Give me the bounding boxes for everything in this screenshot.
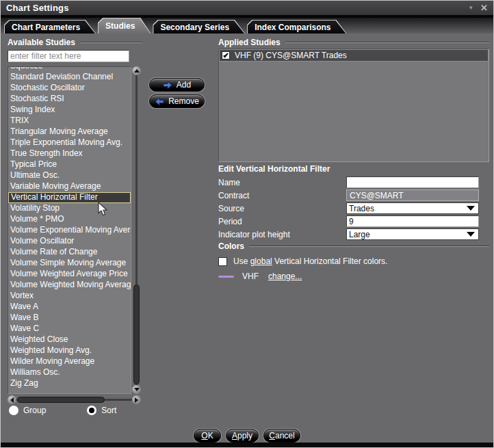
available-study-item[interactable]: Stochastic Oscillator — [8, 83, 131, 94]
available-study-item[interactable]: Volume * PMO — [8, 214, 131, 225]
change-color-link[interactable]: change... — [268, 272, 302, 281]
contract-field: CYS@SMART — [346, 189, 479, 201]
tab-label: Chart Parameters — [12, 23, 80, 32]
radio-sort[interactable]: Sort — [87, 406, 116, 415]
scrollbar-thumb[interactable] — [133, 285, 140, 384]
group-sort-radios: Group Sort — [9, 406, 116, 415]
colors-header: Colors — [218, 241, 489, 251]
arrow-down-icon — [134, 388, 140, 391]
plot-height-dropdown[interactable]: Large — [346, 228, 479, 240]
form-row-contract: Contract CYS@SMART — [218, 189, 489, 201]
source-dropdown[interactable]: Trades — [346, 202, 479, 214]
available-studies-scroll: Squeeze Standard Deviation Channel Stoch… — [8, 66, 131, 389]
period-label: Period — [218, 217, 242, 226]
vhf-color-swatch[interactable] — [218, 276, 234, 278]
available-study-item[interactable]: TRIX — [8, 116, 131, 127]
study-filter-input[interactable] — [8, 50, 129, 62]
available-study-item[interactable]: Vortex — [8, 291, 131, 302]
footer-buttons: OK Apply Cancel — [1, 429, 493, 443]
ok-button[interactable]: OK — [194, 429, 221, 443]
tab[interactable]: Secondary Series — [153, 20, 245, 34]
scroll-right-button[interactable] — [132, 395, 141, 404]
remove-button[interactable]: Remove — [149, 94, 205, 108]
available-study-item[interactable]: Weighted Close — [8, 334, 131, 345]
scroll-down-button[interactable] — [132, 385, 141, 394]
available-study-item[interactable]: Standard Deviation Channel — [8, 72, 131, 83]
tab-label: Studies — [105, 21, 135, 31]
contract-value: CYS@SMART — [350, 191, 404, 200]
available-study-item[interactable]: Typical Price — [8, 159, 131, 170]
available-study-item[interactable]: Stochastic RSI — [8, 94, 131, 105]
tab[interactable]: Index Comparisons — [247, 20, 346, 34]
radio-group[interactable]: Group — [9, 406, 46, 415]
scrollbar-thumb[interactable] — [17, 397, 105, 403]
apply-button[interactable]: Apply — [226, 429, 259, 443]
radio-sort-circle[interactable] — [87, 406, 96, 415]
available-study-item[interactable]: True Strength Index — [8, 148, 131, 159]
applied-studies-list: ✔ VHF (9) CYS@SMART Trades — [218, 49, 489, 162]
use-global-colors-checkbox[interactable] — [218, 257, 227, 266]
available-study-item[interactable]: Wave A — [8, 302, 131, 313]
period-field[interactable]: 9 — [346, 215, 479, 227]
available-study-item[interactable]: Wilder Moving Average — [8, 356, 131, 367]
arrow-left-icon — [155, 97, 164, 106]
applied-studies-header: Applied Studies — [218, 38, 489, 47]
available-study-item[interactable]: Wave C — [8, 324, 131, 334]
available-study-item[interactable]: Volume Weighted Moving Average — [8, 280, 131, 291]
scroll-up-button[interactable] — [132, 66, 141, 75]
contract-label: Contract — [218, 191, 249, 200]
applied-study-item[interactable]: ✔ VHF (9) CYS@SMART Trades — [219, 49, 489, 62]
available-studies-header: Available Studies — [8, 38, 142, 47]
plot-height-label: Indicator plot height — [218, 230, 290, 239]
use-global-colors-row: Use global Vertical Horizontal Filter co… — [218, 256, 387, 266]
available-study-item[interactable]: Squeeze — [8, 66, 131, 72]
available-study-item[interactable]: Volume Weighted Average Price — [8, 269, 131, 280]
available-study-item[interactable]: Volatility Stop — [8, 203, 131, 214]
dialog-bottom-edge — [1, 443, 493, 447]
tab-label: Secondary Series — [160, 23, 229, 32]
tab[interactable]: Studies — [98, 18, 151, 34]
checkbox-checked-icon[interactable]: ✔ — [222, 51, 230, 60]
available-study-item[interactable]: Triangular Moving Average — [8, 127, 131, 137]
arrow-right-icon — [163, 81, 172, 90]
cancel-button[interactable]: Cancel — [263, 429, 300, 443]
edit-section-title: Edit Vertical Horizontal Filter — [218, 164, 330, 174]
form-row-plot-height: Indicator plot height Large — [218, 228, 489, 240]
available-study-item[interactable]: Volume Oscillator — [8, 236, 131, 247]
header-rule — [285, 42, 489, 43]
window-menu-icon[interactable]: ▼ — [468, 5, 473, 11]
available-study-item[interactable]: Swing Index — [8, 105, 131, 116]
name-field[interactable] — [346, 176, 479, 188]
form-row-period: Period 9 — [218, 215, 489, 227]
tab-bar: Chart Parameters Studies Secondary Serie… — [1, 18, 493, 34]
available-study-item[interactable]: Weighted Moving Avg. — [8, 345, 131, 356]
scroll-left-button[interactable] — [8, 395, 16, 404]
available-study-item[interactable]: Zig Zag — [8, 378, 131, 389]
available-study-item[interactable]: Volume Simple Moving Average — [8, 258, 131, 269]
tab[interactable]: Chart Parameters — [4, 20, 96, 34]
available-study-item[interactable]: Triple Exponential Moving Avg. — [8, 137, 131, 148]
chart-settings-dialog: Chart Settings ▼ ✕ Chart Parameters Stud… — [0, 0, 494, 448]
arrow-up-icon — [134, 69, 140, 73]
applied-studies-title: Applied Studies — [218, 38, 281, 47]
title-bar: Chart Settings ▼ ✕ — [1, 1, 493, 15]
period-value: 9 — [349, 217, 354, 226]
radio-group-circle[interactable] — [9, 406, 18, 415]
available-study-item[interactable]: Williams Osc. — [8, 367, 131, 378]
available-study-item[interactable]: Volume Rate of Change — [8, 247, 131, 258]
close-icon[interactable]: ✕ — [480, 3, 488, 13]
available-study-item[interactable]: Wave B — [8, 313, 131, 324]
available-study-item[interactable]: Variable Moving Average — [8, 181, 131, 192]
global-link[interactable]: global — [250, 256, 272, 266]
available-study-item[interactable]: Volume Exponential Moving Average — [8, 225, 131, 236]
arrow-left-icon — [10, 397, 14, 403]
vertical-scrollbar[interactable] — [132, 66, 141, 394]
source-label: Source — [218, 204, 244, 213]
window-title: Chart Settings — [1, 3, 69, 13]
available-study-item[interactable]: Ultimate Osc. — [8, 170, 131, 181]
arrow-right-icon — [135, 397, 138, 403]
add-button[interactable]: Add — [149, 78, 205, 92]
plot-height-value: Large — [349, 230, 370, 239]
available-study-item[interactable]: Vertical Horizontal Filter — [8, 192, 131, 203]
horizontal-scrollbar[interactable] — [8, 395, 141, 404]
